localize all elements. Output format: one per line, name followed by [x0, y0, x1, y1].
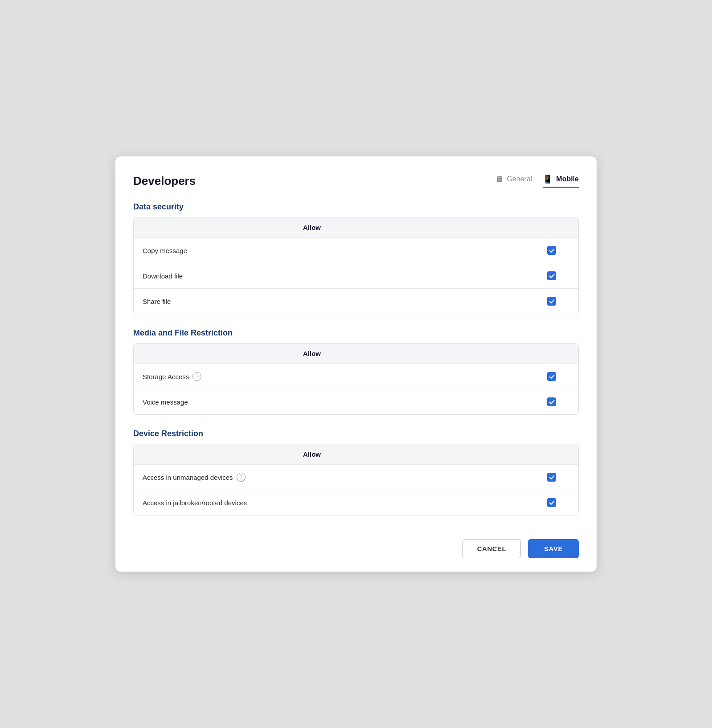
data-security-header: Allow: [134, 217, 578, 237]
modal-container: Developers 🖥 General 📱 Mobile Data secur…: [115, 156, 597, 572]
mobile-icon: 📱: [543, 174, 552, 184]
data-security-allow-label: Allow: [303, 224, 321, 231]
share-file-label: Share file: [143, 298, 409, 305]
save-button[interactable]: SAVE: [528, 539, 579, 558]
tab-group: 🖥 General 📱 Mobile: [495, 174, 579, 188]
unmanaged-devices-help-icon[interactable]: ?: [237, 473, 246, 482]
table-row: Access in unmanaged devices ?: [134, 464, 578, 490]
device-restriction-allow-label: Allow: [303, 450, 321, 458]
table-row: Share file: [134, 288, 578, 314]
device-restriction-header: Allow: [134, 444, 578, 464]
download-file-checkbox[interactable]: [547, 271, 556, 280]
tab-general-label: General: [507, 175, 532, 183]
media-restriction-table: Allow Storage Access ? Voice message: [133, 343, 579, 415]
section-media-restriction-title: Media and File Restriction: [133, 328, 579, 338]
media-restriction-header: Allow: [134, 344, 578, 364]
unmanaged-devices-checkbox[interactable]: [547, 473, 556, 482]
unmanaged-devices-checkbox-cell: [534, 473, 569, 482]
tab-general[interactable]: 🖥 General: [495, 175, 532, 188]
table-row: Copy message: [134, 237, 578, 263]
tab-mobile-label: Mobile: [556, 175, 579, 183]
unmanaged-devices-label: Access in unmanaged devices ?: [143, 473, 409, 482]
table-row: Storage Access ?: [134, 364, 578, 389]
table-row: Voice message: [134, 389, 578, 414]
device-restriction-table: Allow Access in unmanaged devices ? Acce…: [133, 444, 579, 515]
section-data-security: Data security Allow Copy message Downloa…: [133, 202, 579, 314]
storage-access-label: Storage Access ?: [143, 372, 409, 381]
share-file-checkbox[interactable]: [547, 297, 556, 306]
modal-footer: CANCEL SAVE: [133, 530, 579, 558]
voice-message-checkbox[interactable]: [547, 397, 556, 406]
media-restriction-allow-label: Allow: [303, 350, 321, 357]
share-file-checkbox-cell: [534, 297, 569, 306]
section-device-restriction: Device Restriction Allow Access in unman…: [133, 429, 579, 515]
jailbroken-devices-checkbox-cell: [534, 498, 569, 507]
voice-message-checkbox-cell: [534, 397, 569, 406]
tab-mobile[interactable]: 📱 Mobile: [543, 174, 579, 188]
voice-message-label: Voice message: [143, 398, 409, 406]
storage-access-checkbox-cell: [534, 372, 569, 381]
download-file-checkbox-cell: [534, 271, 569, 280]
copy-message-label: Copy message: [143, 247, 409, 254]
monitor-icon: 🖥: [495, 175, 503, 184]
section-media-file-restriction: Media and File Restriction Allow Storage…: [133, 328, 579, 415]
jailbroken-devices-label: Access in jailbroken/rooted devices: [143, 499, 409, 507]
table-row: Download file: [134, 263, 578, 288]
table-row: Access in jailbroken/rooted devices: [134, 490, 578, 515]
download-file-label: Download file: [143, 272, 409, 280]
data-security-table: Allow Copy message Download file: [133, 217, 579, 314]
section-device-restriction-title: Device Restriction: [133, 429, 579, 438]
jailbroken-devices-checkbox[interactable]: [547, 498, 556, 507]
copy-message-checkbox-cell: [534, 246, 569, 255]
storage-access-checkbox[interactable]: [547, 372, 556, 381]
section-data-security-title: Data security: [133, 202, 579, 212]
copy-message-checkbox[interactable]: [547, 246, 556, 255]
page-title: Developers: [133, 174, 196, 188]
storage-access-help-icon[interactable]: ?: [192, 372, 201, 381]
modal-header: Developers 🖥 General 📱 Mobile: [133, 174, 579, 188]
cancel-button[interactable]: CANCEL: [462, 539, 521, 558]
